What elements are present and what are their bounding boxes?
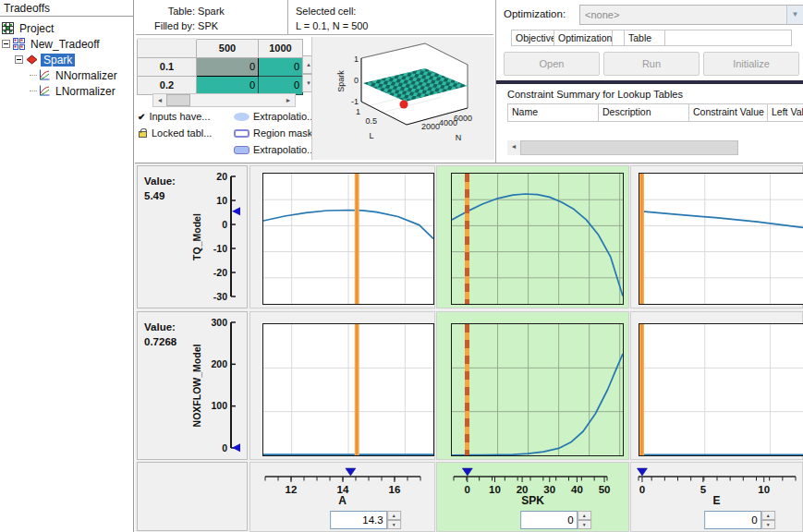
initialize-button[interactable]: Initialize — [703, 52, 799, 76]
spinner-up-icon[interactable]: ▲ — [761, 511, 775, 520]
optimization-buttons: Open Run Initialize — [504, 52, 799, 76]
table-legend: ✔ Inputs have... Locked tabl... Extrapol… — [138, 108, 322, 141]
surface-plot-panel[interactable]: 1 0 -1 1 0.5 2000 4000 6000 L N Spark — [311, 37, 494, 160]
optimization-dropdown[interactable]: <none> ▼ — [579, 5, 803, 25]
tree-item-lnormalizer[interactable]: LNormalizer — [30, 83, 131, 99]
scrollbar-thumb[interactable] — [520, 140, 738, 155]
e-slider[interactable]: 0510 — [634, 465, 800, 496]
tq-vs-a-chart[interactable] — [263, 174, 433, 304]
slider-marker[interactable] — [462, 468, 472, 476]
chart-cell-nox-vs-e — [630, 311, 803, 460]
z-tick: 0 — [354, 76, 359, 85]
spinner-down-icon[interactable]: ▼ — [761, 520, 775, 529]
spk-slider[interactable]: 01020304050 — [449, 465, 612, 496]
value-marker[interactable] — [232, 443, 240, 452]
tree-item-label: Project — [17, 22, 56, 35]
tree-item-label: New_Tradeoff — [28, 38, 103, 51]
tree-item-new-tradeoff[interactable]: New_Tradeoff — [2, 36, 131, 52]
column-header-500[interactable]: 500 — [197, 39, 259, 57]
spinner-down-icon[interactable]: ▼ — [387, 520, 401, 529]
region-mask-swatch — [234, 129, 249, 138]
spk-slider-label: SPK — [437, 494, 628, 507]
row-header-0.1[interactable]: 0.1 — [138, 57, 197, 76]
e-value-input[interactable] — [704, 511, 761, 529]
value-marker[interactable] — [232, 207, 240, 215]
tree-item-label: Spark — [41, 54, 75, 66]
model-curve — [452, 354, 623, 455]
chevron-down-icon[interactable]: ▼ — [786, 6, 803, 24]
table-cell-selected[interactable]: 0 — [197, 57, 259, 76]
tq-vs-spk-chart[interactable] — [452, 174, 623, 304]
selected-point-marker[interactable] — [400, 101, 408, 109]
table-horizontal-scrollbar[interactable]: ◄ ► — [152, 93, 296, 107]
header-optimization[interactable]: Optimization — [554, 30, 613, 46]
slider-marker[interactable] — [346, 468, 356, 476]
chart-cell-nox-vs-a — [249, 311, 435, 460]
spinner-down-icon[interactable]: ▼ — [578, 520, 591, 529]
chart-cell-tq-vs-a — [249, 165, 435, 308]
table-cell[interactable]: 0 — [259, 57, 303, 76]
axis-tick-label: 200 — [211, 358, 227, 369]
scroll-right-icon[interactable]: ► — [282, 94, 295, 106]
header-objective[interactable]: Objective — [511, 30, 554, 46]
tq-vs-e-chart[interactable] — [639, 174, 803, 304]
axis-tick-label: 0 — [222, 219, 227, 230]
filled-by-value: SPK — [198, 20, 218, 31]
header-blank[interactable] — [665, 30, 792, 46]
open-button[interactable]: Open — [504, 52, 600, 76]
spinner-up-icon[interactable]: ▲ — [578, 511, 591, 520]
spk-value-input[interactable] — [520, 511, 578, 529]
a-slider-cell: 121416 A ▲ ▼ — [249, 462, 435, 532]
tree-item-spark[interactable]: Spark — [15, 52, 131, 67]
value-label: Value: — [144, 320, 176, 334]
tradeoff-tree-panel: Tradeoffs Project — [0, 0, 134, 532]
noxflow-model-value: 0.7268 — [144, 334, 176, 349]
tq-model-value-panel: Value: 5.49 20100-10-20-30TQ_Model — [137, 165, 248, 308]
z-tick: 1 — [354, 54, 359, 64]
spark-diamond-icon — [26, 54, 38, 66]
tree-item-nnormalizer[interactable]: NNormalizer — [30, 67, 131, 83]
header-constraint-value[interactable]: Constraint Value — [689, 103, 768, 122]
table-name: Spark — [198, 6, 225, 17]
header-description[interactable]: Description — [599, 103, 689, 122]
header-left-value[interactable]: Left Value — [768, 103, 803, 122]
nox-vs-e-chart[interactable] — [639, 324, 803, 455]
scrollbar-track[interactable] — [190, 94, 282, 106]
chart-cell-tq-vs-e — [630, 165, 803, 308]
collapse-expander-icon[interactable] — [2, 40, 10, 48]
table-corner-cell — [138, 39, 197, 57]
e-slider-label: E — [631, 494, 802, 507]
spinner-up-icon[interactable]: ▲ — [387, 511, 401, 520]
optimization-list-header: Objective Optimization Table — [511, 30, 792, 46]
scroll-left-icon[interactable]: ◄ — [507, 140, 520, 153]
header-table[interactable]: Table — [625, 30, 665, 46]
header-blank[interactable] — [613, 30, 625, 46]
x-axis-label: L — [369, 131, 373, 140]
nox-vs-a-chart[interactable] — [263, 324, 433, 455]
legend-label: Extrapolatio... — [253, 111, 315, 122]
table-cell[interactable]: 0 — [197, 76, 259, 94]
tree-item-project[interactable]: Project — [2, 20, 131, 36]
scroll-left-icon[interactable]: ◄ — [153, 94, 166, 106]
nox-vs-spk-chart[interactable] — [452, 324, 623, 455]
run-button[interactable]: Run — [603, 52, 700, 76]
column-header-1000[interactable]: 1000 — [259, 39, 303, 57]
check-icon: ✔ — [138, 112, 145, 122]
noxflow-model-axis: 3002001000NOXFLOW_Model — [189, 314, 246, 457]
constraint-scrollbar[interactable]: ◄ — [507, 140, 738, 155]
a-slider[interactable]: 121416 — [261, 465, 425, 496]
scrollbar-thumb[interactable] — [166, 94, 190, 106]
spk-slider-cell: 01020304050 SPK ▲ ▼ — [436, 462, 629, 532]
table-cell[interactable]: 0 — [259, 76, 303, 94]
a-slider-label: A — [250, 494, 434, 507]
collapse-expander-icon[interactable] — [15, 55, 23, 64]
legend-label: Inputs have... — [149, 111, 210, 122]
table-display-panel: Table: Spark Filled by: SPK Selected cel… — [134, 0, 495, 163]
slider-marker[interactable] — [637, 468, 647, 476]
normalizer-curve-icon — [38, 69, 50, 81]
axis-tick-label: -10 — [213, 243, 227, 254]
row-header-0.2[interactable]: 0.2 — [138, 76, 197, 94]
a-value-input[interactable] — [330, 511, 387, 529]
header-name[interactable]: Name — [507, 103, 599, 122]
model-curve — [639, 212, 803, 228]
